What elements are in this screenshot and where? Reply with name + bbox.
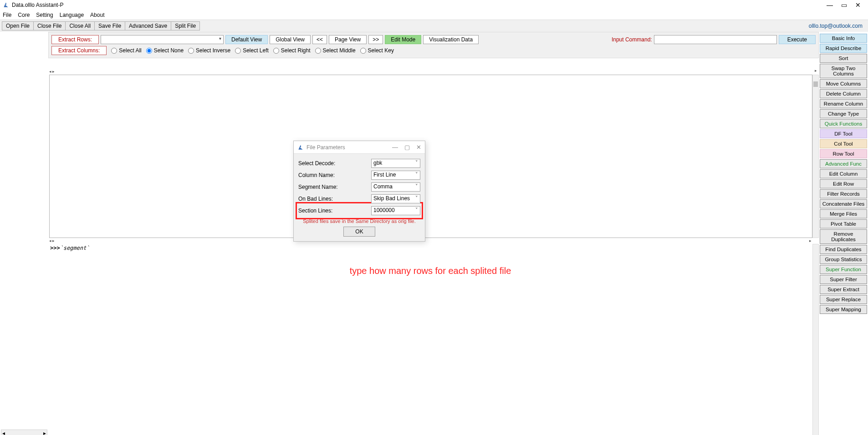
left-hscrollbar[interactable]: ◂▸ bbox=[1, 430, 47, 435]
rightbar-basic-info[interactable]: Basic Info bbox=[820, 34, 867, 43]
dialog-combo-select-decode[interactable]: gbk bbox=[371, 159, 420, 168]
rightbar-sort[interactable]: Sort bbox=[820, 54, 867, 63]
edit-mode-button[interactable]: Edit Mode bbox=[385, 35, 421, 44]
dialog-label: Select Decode: bbox=[298, 160, 371, 167]
extract-rows-dropdown[interactable] bbox=[101, 35, 224, 44]
extract-columns-button[interactable]: Extract Columns: bbox=[51, 46, 107, 55]
app-icon bbox=[3, 2, 9, 8]
advanced-save-button[interactable]: Advanced Save bbox=[125, 21, 171, 30]
menu-language[interactable]: Language bbox=[60, 12, 84, 18]
rightbar-rapid-describe[interactable]: Rapid Describe bbox=[820, 44, 867, 53]
rightbar-remove-duplicates[interactable]: Remove Duplicates bbox=[820, 229, 867, 244]
dialog-title: File Parameters bbox=[306, 144, 392, 151]
dialog-label: Segment Name: bbox=[298, 184, 371, 190]
dialog-combo-segment-name[interactable]: Comma bbox=[371, 182, 420, 192]
file-toolbar: Open File Close File Close All Save File… bbox=[0, 20, 868, 32]
extract-rows-button[interactable]: Extract Rows: bbox=[51, 35, 99, 44]
radio-select-inverse[interactable]: Select Inverse bbox=[188, 47, 230, 54]
rightbar-advanced-func[interactable]: Advanced Func bbox=[820, 159, 867, 168]
rightbar-row-tool[interactable]: Row Tool bbox=[820, 149, 867, 158]
dialog-minimize-icon[interactable]: — bbox=[392, 144, 398, 151]
rightbar-super-filter[interactable]: Super Filter bbox=[820, 275, 867, 284]
rightbar-edit-row[interactable]: Edit Row bbox=[820, 179, 867, 188]
file-parameters-dialog: File Parameters — ▢ ✕ Select Decode:gbkC… bbox=[293, 141, 425, 242]
editor-top-hscrollbar[interactable]: ◂▸▸ bbox=[48, 238, 812, 244]
editor-top-pane[interactable] bbox=[49, 75, 812, 238]
split-file-button[interactable]: Split File bbox=[171, 21, 200, 30]
radio-select-none[interactable]: Select None bbox=[146, 47, 184, 54]
dialog-icon bbox=[297, 144, 304, 151]
left-gutter: ◂▸ bbox=[0, 32, 48, 435]
visualization-button[interactable]: Visualization Data bbox=[423, 35, 479, 44]
close-icon[interactable]: ✕ bbox=[855, 1, 861, 9]
next-page-button[interactable]: >> bbox=[368, 35, 383, 44]
input-command-field[interactable] bbox=[654, 35, 777, 44]
dialog-combo-on-bad-lines[interactable]: Skip Bad Lines bbox=[371, 194, 420, 203]
dialog-label: Column Name: bbox=[298, 172, 371, 178]
dialog-close-icon[interactable]: ✕ bbox=[416, 144, 421, 151]
radio-select-key[interactable]: Select Key bbox=[360, 47, 394, 54]
editor-bottom-vscrollbar[interactable] bbox=[812, 244, 819, 435]
rightbar-super-function[interactable]: Super Function bbox=[820, 265, 867, 274]
save-file-button[interactable]: Save File bbox=[94, 21, 125, 30]
dialog-label: Section Lines: bbox=[298, 207, 371, 214]
rightbar-find-duplicates[interactable]: Find Duplicates bbox=[820, 245, 867, 254]
top-mini-hscroll-right[interactable]: ▸ bbox=[812, 68, 819, 75]
window-title: Data.olllo Assistant-P bbox=[12, 2, 827, 8]
minimize-icon[interactable]: — bbox=[827, 1, 833, 9]
global-view-button[interactable]: Global View bbox=[270, 35, 311, 44]
radio-select-middle[interactable]: Select Middle bbox=[315, 47, 356, 54]
rightbar-delete-column[interactable]: Delete Column bbox=[820, 89, 867, 98]
console-output: >>>`segment` bbox=[48, 244, 812, 253]
dialog-row-on-bad-lines: On Bad Lines:Skip Bad Lines bbox=[298, 193, 420, 205]
close-all-button[interactable]: Close All bbox=[65, 21, 95, 30]
rightbar-super-extract[interactable]: Super Extract bbox=[820, 285, 867, 294]
rightbar-merge-files[interactable]: Merge Files bbox=[820, 209, 867, 218]
rightbar-col-tool[interactable]: Col Tool bbox=[820, 139, 867, 148]
editor-area: ◂▸ ▸ ◂▸▸ >>>`segment` type how many rows… bbox=[48, 58, 819, 435]
email-link[interactable]: olllo.top@outlook.com bbox=[809, 23, 866, 29]
rightbar-pivot-table[interactable]: Pivot Table bbox=[820, 219, 867, 228]
dialog-row-section-lines: Section Lines:1000000 bbox=[298, 205, 420, 217]
radio-select-left[interactable]: Select Left bbox=[235, 47, 269, 54]
rightbar-quick-functions[interactable]: Quick Functions bbox=[820, 119, 867, 128]
dialog-titlebar[interactable]: File Parameters — ▢ ✕ bbox=[294, 141, 425, 154]
radio-select-all[interactable]: Select All bbox=[111, 47, 141, 54]
titlebar: Data.olllo Assistant-P — ▭ ✕ bbox=[0, 0, 868, 10]
rightbar-filter-records[interactable]: Filter Records bbox=[820, 189, 867, 198]
editor-top-vscrollbar[interactable] bbox=[812, 75, 819, 238]
rightbar-swap-two-columns[interactable]: Swap Two Columns bbox=[820, 64, 867, 78]
dialog-row-segment-name: Segment Name:Comma bbox=[298, 181, 420, 193]
control-bar: Extract Rows: Default View Global View <… bbox=[48, 32, 819, 58]
open-file-button[interactable]: Open File bbox=[2, 21, 34, 30]
dialog-combo-section-lines[interactable]: 1000000 bbox=[371, 206, 420, 215]
menu-about[interactable]: About bbox=[90, 12, 104, 18]
rightbar-group-statistics[interactable]: Group Statistics bbox=[820, 255, 867, 264]
dialog-row-select-decode: Select Decode:gbk bbox=[298, 157, 420, 169]
maximize-icon[interactable]: ▭ bbox=[841, 1, 847, 9]
window-controls: — ▭ ✕ bbox=[827, 1, 865, 9]
rightbar-df-tool[interactable]: DF Tool bbox=[820, 129, 867, 138]
rightbar-super-mapping[interactable]: Super Mapping bbox=[820, 305, 867, 314]
default-view-button[interactable]: Default View bbox=[225, 35, 268, 44]
rightbar-concatenate-files[interactable]: Concatenate Files bbox=[820, 199, 867, 208]
prev-page-button[interactable]: << bbox=[312, 35, 327, 44]
page-view-button[interactable]: Page View bbox=[329, 35, 367, 44]
rightbar-move-columns[interactable]: Move Columns bbox=[820, 79, 867, 88]
execute-button[interactable]: Execute bbox=[779, 35, 816, 44]
close-file-button[interactable]: Close File bbox=[33, 21, 66, 30]
rightbar-super-replace[interactable]: Super Replace bbox=[820, 295, 867, 304]
rightbar-change-type[interactable]: Change Type bbox=[820, 109, 867, 118]
dialog-ok-button[interactable]: OK bbox=[343, 227, 375, 237]
rightbar-rename-column[interactable]: Rename Column bbox=[820, 99, 867, 108]
editor-bottom-pane: >>>`segment` type how many rows for each… bbox=[48, 244, 812, 435]
dialog-combo-column-name[interactable]: First Line bbox=[371, 171, 420, 180]
radio-select-right[interactable]: Select Right bbox=[273, 47, 311, 54]
top-mini-hscroll-left[interactable]: ◂▸ bbox=[48, 68, 60, 75]
menu-file[interactable]: File bbox=[3, 12, 11, 18]
dialog-maximize-icon[interactable]: ▢ bbox=[404, 144, 410, 151]
menu-setting[interactable]: Setting bbox=[36, 12, 53, 18]
menu-core[interactable]: Core bbox=[18, 12, 30, 18]
rightbar-edit-column[interactable]: Edit Column bbox=[820, 169, 867, 178]
menubar: File Core Setting Language About bbox=[0, 10, 868, 20]
